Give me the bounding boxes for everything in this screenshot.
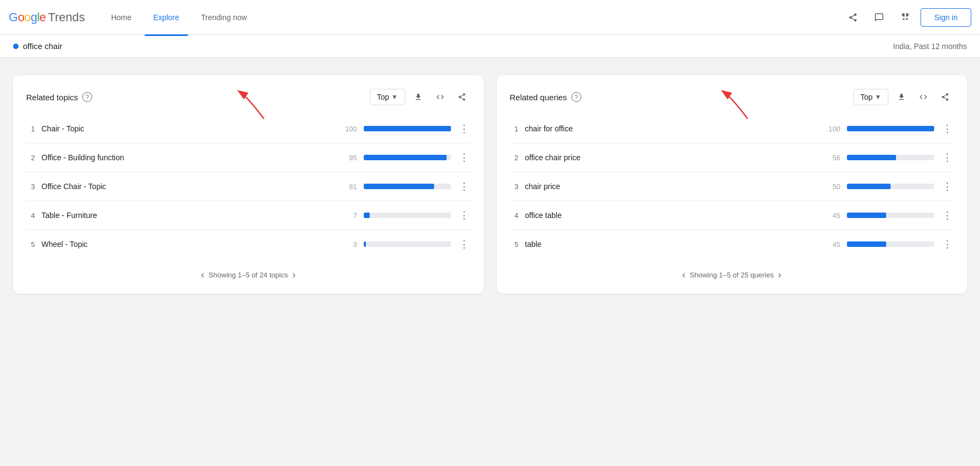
topics-card: Related topics ? Top ▼ — [13, 75, 484, 294]
topics-card-wrapper: Related topics ? Top ▼ — [13, 75, 484, 294]
main-nav: Home Explore Trending now — [103, 9, 843, 26]
bar-fill — [364, 155, 447, 160]
bar-fill — [847, 213, 886, 218]
row-label: Chair - Topic — [41, 124, 334, 133]
bar-container — [847, 213, 934, 218]
row-value: 50 — [824, 183, 840, 191]
more-options-button[interactable]: ⋮ — [941, 238, 954, 251]
row-value: 81 — [341, 183, 357, 191]
table-row: 1 Chair - Topic 100 ⋮ — [26, 114, 471, 143]
nav-home[interactable]: Home — [103, 9, 140, 26]
bar-container — [364, 213, 451, 218]
queries-share-icon[interactable] — [936, 88, 954, 106]
topics-card-header: Related topics ? Top ▼ — [26, 88, 471, 106]
table-row: 3 chair price 50 ⋮ — [510, 172, 954, 201]
more-options-button[interactable]: ⋮ — [941, 151, 954, 164]
row-number: 3 — [510, 183, 519, 191]
bar-container — [847, 126, 934, 131]
queries-embed-icon[interactable] — [915, 88, 932, 106]
more-options-button[interactable]: ⋮ — [458, 122, 471, 135]
queries-rows: 1 chair for office 100 ⋮ 2 office chair … — [510, 114, 954, 258]
sign-in-button[interactable]: Sign in — [921, 8, 971, 27]
bar-fill — [364, 213, 370, 218]
header-right: Sign in — [842, 7, 971, 28]
topics-card-actions: Top ▼ — [370, 88, 470, 106]
bar-container — [364, 184, 451, 189]
logo: Google Trends — [9, 10, 85, 25]
bar-container — [364, 126, 451, 131]
search-term-display: office chair — [13, 41, 62, 51]
topics-top-label: Top — [377, 93, 389, 101]
topics-next-arrow[interactable]: › — [292, 269, 296, 281]
queries-pagination: ‹ Showing 1–5 of 25 queries › — [510, 269, 954, 281]
row-value: 45 — [824, 240, 840, 249]
nav-trending[interactable]: Trending now — [193, 9, 256, 26]
table-row: 5 Wheel - Topic 3 ⋮ — [26, 230, 471, 258]
table-row: 4 office table 45 ⋮ — [510, 201, 954, 230]
row-number: 3 — [26, 183, 35, 191]
row-label: Office - Building function — [41, 153, 334, 162]
queries-top-label: Top — [861, 93, 873, 101]
bar-fill — [847, 241, 886, 247]
queries-help-icon[interactable]: ? — [572, 92, 581, 102]
table-row: 3 Office Chair - Topic 81 ⋮ — [26, 172, 471, 201]
more-options-button[interactable]: ⋮ — [458, 151, 471, 164]
queries-pagination-label: Showing 1–5 of 25 queries — [690, 271, 774, 279]
queries-download-icon[interactable] — [893, 88, 910, 106]
row-label: office table — [525, 211, 818, 220]
row-number: 1 — [510, 125, 519, 133]
topics-top-chevron: ▼ — [392, 93, 398, 101]
queries-card-actions: Top ▼ — [853, 88, 954, 106]
queries-prev-arrow[interactable]: ‹ — [682, 269, 686, 281]
more-options-button[interactable]: ⋮ — [941, 209, 954, 222]
row-value: 95 — [341, 154, 357, 162]
region-info: India, Past 12 months — [893, 42, 967, 51]
bar-fill — [364, 241, 366, 247]
row-value: 56 — [824, 154, 840, 162]
sub-header: office chair India, Past 12 months — [0, 35, 980, 58]
topics-prev-arrow[interactable]: ‹ — [201, 269, 205, 281]
row-label: chair for office — [525, 124, 818, 133]
bar-container — [847, 184, 934, 189]
nav-explore[interactable]: Explore — [145, 9, 188, 26]
more-options-button[interactable]: ⋮ — [458, 209, 471, 222]
table-row: 4 Table - Furniture 7 ⋮ — [26, 201, 471, 230]
bar-fill — [364, 184, 435, 189]
topics-help-icon[interactable]: ? — [82, 92, 92, 102]
bar-fill — [847, 126, 934, 131]
more-options-button[interactable]: ⋮ — [941, 122, 954, 135]
topics-top-button[interactable]: Top ▼ — [370, 89, 405, 105]
feedback-icon[interactable] — [868, 7, 890, 28]
google-wordmark: Google — [9, 10, 46, 25]
bar-fill — [364, 126, 451, 131]
topics-rows: 1 Chair - Topic 100 ⋮ 2 Office - Buildin… — [26, 114, 471, 258]
row-value: 100 — [341, 125, 357, 133]
share-icon[interactable] — [842, 7, 864, 28]
search-term-label: office chair — [23, 41, 62, 51]
bar-fill — [847, 184, 891, 189]
row-number: 5 — [26, 240, 35, 249]
term-dot — [13, 44, 19, 49]
bar-container — [847, 241, 934, 247]
row-label: office chair price — [525, 153, 818, 162]
row-value: 3 — [341, 240, 357, 249]
bar-container — [847, 155, 934, 160]
more-options-button[interactable]: ⋮ — [941, 180, 954, 193]
topics-share-icon[interactable] — [453, 88, 471, 106]
apps-icon[interactable] — [894, 7, 916, 28]
more-options-button[interactable]: ⋮ — [458, 238, 471, 251]
row-value: 100 — [824, 125, 840, 133]
row-value: 45 — [824, 211, 840, 220]
table-row: 2 office chair price 56 ⋮ — [510, 143, 954, 172]
topics-embed-icon[interactable] — [431, 88, 449, 106]
queries-card-wrapper: Related queries ? Top ▼ — [497, 75, 967, 294]
cards-row: Related topics ? Top ▼ — [13, 75, 967, 294]
queries-card: Related queries ? Top ▼ — [497, 75, 967, 294]
topics-pagination-label: Showing 1–5 of 24 topics — [209, 271, 288, 279]
row-number: 4 — [26, 211, 35, 220]
queries-next-arrow[interactable]: › — [778, 269, 781, 281]
more-options-button[interactable]: ⋮ — [458, 180, 471, 193]
topics-download-icon[interactable] — [410, 88, 427, 106]
row-number: 5 — [510, 240, 519, 249]
queries-top-button[interactable]: Top ▼ — [853, 89, 888, 105]
